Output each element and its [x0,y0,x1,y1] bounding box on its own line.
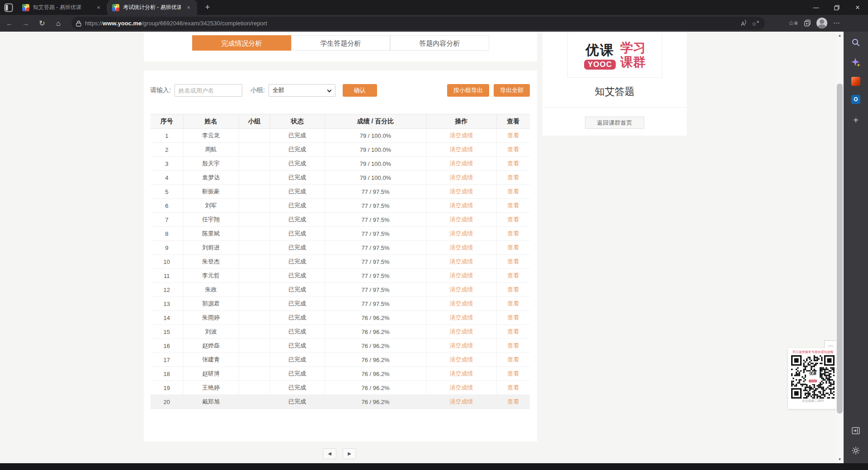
clear-score-link[interactable]: 清空成绩 [426,381,496,395]
add-sidebar-item-icon[interactable]: + [848,112,864,128]
clear-score-link[interactable]: 清空成绩 [426,129,496,143]
clear-score-link[interactable]: 清空成绩 [426,157,496,171]
view-link[interactable]: 查看 [496,213,530,227]
clear-score-link[interactable]: 清空成绩 [426,395,496,409]
clear-score-link[interactable]: 清空成绩 [426,241,496,255]
scroll-up-icon[interactable]: ▲ [836,32,844,39]
home-icon[interactable]: ⌂ [52,17,65,30]
settings-menu-icon[interactable]: ⋯ [829,16,844,30]
copilot-icon[interactable] [848,54,864,70]
export-all-button[interactable]: 导出全部 [494,84,530,97]
table-row: 13郭源君已完成77 / 97.5%清空成绩查看 [151,297,530,311]
view-link[interactable]: 查看 [496,395,530,409]
tab-answer-content-analysis[interactable]: 答题内容分析 [390,35,489,51]
view-link[interactable]: 查看 [496,367,530,381]
view-link[interactable]: 查看 [496,171,530,185]
clear-score-link[interactable]: 清空成绩 [426,227,496,241]
restore-icon [834,5,840,10]
view-link[interactable]: 查看 [496,241,530,255]
address-bar[interactable]: https://www.yooc.me/group/6692046/exam/3… [71,17,765,30]
view-link[interactable]: 查看 [496,311,530,325]
confirm-button[interactable]: 确认 [343,84,377,97]
scrollbar-thumb[interactable] [837,84,843,414]
table-row: 16赵烨磊已完成76 / 96.2%清空成绩查看 [151,339,530,353]
sidebar-expand-icon[interactable] [848,423,864,439]
add-favorite-icon[interactable]: ☆+ [750,19,761,27]
tab-completion-analysis[interactable]: 完成情况分析 [192,35,291,51]
view-link[interactable]: 查看 [496,283,530,297]
clear-score-link[interactable]: 清空成绩 [426,353,496,367]
view-link[interactable]: 查看 [496,353,530,367]
view-link[interactable]: 查看 [496,199,530,213]
row-status: 已完成 [270,213,325,227]
view-link[interactable]: 查看 [496,339,530,353]
clear-score-link[interactable]: 清空成绩 [426,283,496,297]
read-aloud-icon[interactable]: A) [738,19,750,27]
next-page-button[interactable]: ▶ [343,448,356,459]
outlook-icon[interactable]: O [848,91,864,108]
export-by-group-button[interactable]: 按小组导出 [447,84,489,97]
search-icon[interactable] [848,34,864,51]
clear-score-link[interactable]: 清空成绩 [426,143,496,157]
table-row: 11李元哲已完成77 / 97.5%清空成绩查看 [151,269,530,283]
favorites-icon[interactable]: ☆≡ [786,16,800,30]
scroll-down-icon[interactable]: ▼ [836,456,844,463]
forward-icon[interactable]: → [19,17,33,30]
collections-icon[interactable] [800,16,815,30]
new-tab-button[interactable]: + [202,3,213,12]
minimize-button[interactable]: — [806,0,826,15]
clear-score-link[interactable]: 清空成绩 [426,325,496,339]
view-link[interactable]: 查看 [496,325,530,339]
view-link[interactable]: 查看 [496,269,530,283]
gear-icon[interactable] [848,442,864,459]
row-name: 王艳婷 [183,381,239,395]
browser-tab-title: 考试统计分析 - 易班优课 [123,4,181,11]
clear-score-link[interactable]: 清空成绩 [426,185,496,199]
view-link[interactable]: 查看 [496,227,530,241]
close-window-button[interactable]: × [847,0,868,15]
view-link[interactable]: 查看 [496,297,530,311]
view-link[interactable]: 查看 [496,129,530,143]
group-select[interactable]: 全部 [269,84,335,97]
clear-score-link[interactable]: 清空成绩 [426,339,496,353]
row-group [239,255,270,269]
workspaces-icon[interactable] [4,3,13,12]
tab-student-answer-analysis[interactable]: 学生答题分析 [291,35,390,51]
prev-page-button[interactable]: ◀ [323,448,336,459]
row-score: 77 / 97.5% [325,241,426,255]
profile-avatar[interactable] [815,16,829,30]
view-link[interactable]: 查看 [496,143,530,157]
back-icon[interactable]: ← [3,17,16,30]
browser-tab-1[interactable]: Y 知艾答题 - 易班优课 × [18,0,107,15]
office-icon[interactable] [848,73,864,89]
browser-tab-2-active[interactable]: Y 考试统计分析 - 易班优课 × [108,0,197,15]
table-row: 10朱登杰已完成77 / 97.5%清空成绩查看 [151,255,530,269]
row-group [239,339,270,353]
clear-score-link[interactable]: 清空成绩 [426,199,496,213]
row-name: 任宇翔 [183,213,239,227]
view-link[interactable]: 查看 [496,185,530,199]
clear-score-link[interactable]: 清空成绩 [426,297,496,311]
clear-score-link[interactable]: 清空成绩 [426,311,496,325]
row-status: 已完成 [270,185,325,199]
clear-score-link[interactable]: 清空成绩 [426,269,496,283]
back-to-course-home-button[interactable]: 返回课群首页 [585,117,644,129]
close-tab-icon[interactable]: × [94,4,103,12]
course-name: 知艾答题 [542,85,687,99]
restore-button[interactable] [826,0,847,15]
clear-score-link[interactable]: 清空成绩 [426,367,496,381]
col-header-score: 成绩 / 百分比 [325,114,426,129]
clear-score-link[interactable]: 清空成绩 [426,255,496,269]
search-input[interactable] [175,84,242,97]
view-link[interactable]: 查看 [496,157,530,171]
refresh-icon[interactable]: ↻ [35,17,49,30]
close-tab-icon[interactable]: × [184,4,193,12]
view-link[interactable]: 查看 [496,255,530,269]
clear-score-link[interactable]: 清空成绩 [426,213,496,227]
row-no: 18 [151,367,183,381]
view-link[interactable]: 查看 [496,381,530,395]
clear-score-link[interactable]: 清空成绩 [426,171,496,185]
logo-cn-text: 优课 [585,41,614,60]
page-scrollbar[interactable]: ▲ ▼ [836,32,844,463]
col-header-group: 小组 [239,114,270,129]
